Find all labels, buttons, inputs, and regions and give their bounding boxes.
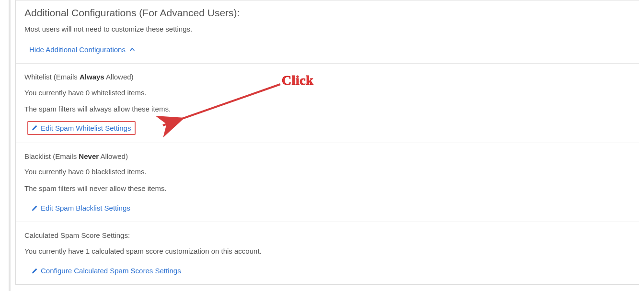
edit-whitelist-label: Edit Spam Whitelist Settings — [41, 124, 131, 132]
chevron-up-icon — [129, 45, 135, 54]
configure-spam-scores-label: Configure Calculated Spam Scores Setting… — [41, 267, 181, 275]
blacklist-desc: The spam filters will never allow these … — [24, 182, 630, 196]
hide-additional-config-toggle[interactable]: Hide Additional Configurations — [29, 44, 135, 56]
section-heading: Additional Configurations (For Advanced … — [24, 7, 630, 19]
toggle-label: Hide Additional Configurations — [29, 45, 126, 54]
edit-blacklist-button[interactable]: Edit Spam Blacklist Settings — [29, 202, 133, 214]
whitelist-title: Whitelist (Emails Always Allowed) — [24, 70, 630, 84]
blacklist-section: Blacklist (Emails Never Allowed) You cur… — [16, 143, 639, 223]
annotation-highlight-box: Edit Spam Whitelist Settings — [27, 121, 136, 135]
spam-score-section: Calculated Spam Score Settings: You curr… — [16, 222, 639, 284]
advanced-header-section: Additional Configurations (For Advanced … — [16, 0, 639, 64]
pencil-icon — [31, 268, 38, 274]
spam-score-title: Calculated Spam Score Settings: — [24, 229, 630, 243]
pencil-icon — [31, 124, 38, 131]
blacklist-count: You currently have 0 blacklisted items. — [24, 165, 630, 179]
whitelist-count: You currently have 0 whitelisted items. — [24, 86, 630, 100]
whitelist-desc: The spam filters will always allow these… — [24, 102, 630, 116]
configure-spam-scores-button[interactable]: Configure Calculated Spam Scores Setting… — [29, 265, 184, 277]
spam-score-count: You currently have 1 calculated spam sco… — [24, 245, 630, 258]
advanced-config-panel: Additional Configurations (For Advanced … — [15, 0, 639, 285]
section-subtitle: Most users will not need to customize th… — [24, 23, 630, 35]
edit-whitelist-button[interactable]: Edit Spam Whitelist Settings — [30, 123, 132, 133]
blacklist-title: Blacklist (Emails Never Allowed) — [24, 150, 630, 164]
pencil-icon — [31, 205, 38, 212]
whitelist-section: Whitelist (Emails Always Allowed) You cu… — [16, 64, 639, 143]
edit-blacklist-label: Edit Spam Blacklist Settings — [41, 204, 130, 212]
